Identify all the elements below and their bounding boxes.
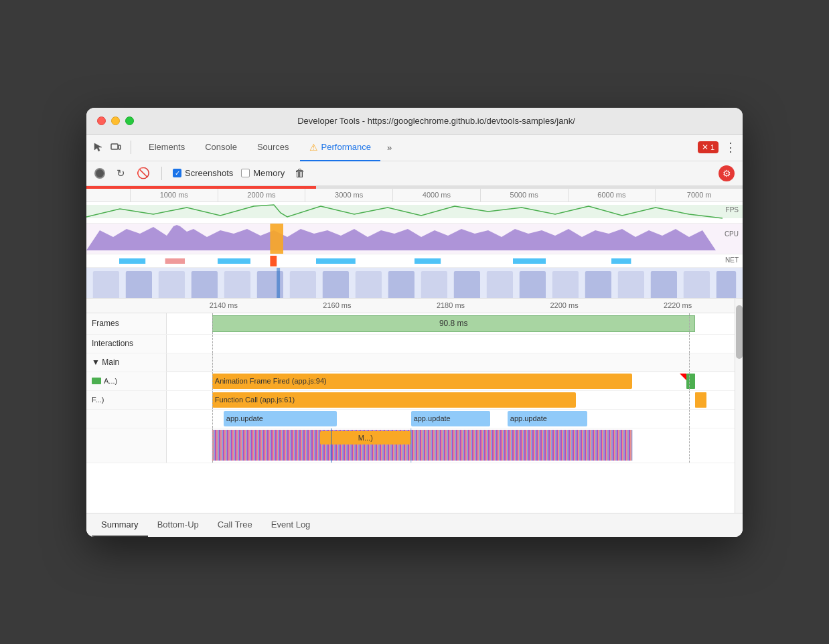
toolbar-separator-1 (161, 167, 162, 180)
error-count: 1 (710, 143, 714, 151)
memory-label: Memory (253, 168, 285, 178)
net-row: NET (86, 254, 743, 268)
tab-performance[interactable]: ⚠ Performance (300, 135, 380, 161)
tab-bar: Elements Console Sources ⚠ Performance » (86, 135, 743, 161)
overview-timeline: 1000 ms 2000 ms 3000 ms 4000 ms 5000 ms … (86, 186, 743, 299)
ruler-tick-5: 5000 ms (480, 189, 568, 202)
flame-label-2: F...) (86, 391, 167, 409)
settings-button[interactable]: ⚙ (719, 165, 735, 181)
flame-label-3 (86, 410, 167, 428)
svg-rect-12 (611, 258, 631, 264)
app-update-1-text: app.update (226, 414, 263, 422)
flame-label-2-text: F...) (92, 396, 104, 404)
fps-row: FPS (86, 202, 743, 224)
cursor-icon[interactable] (92, 141, 105, 154)
minimize-button[interactable] (111, 116, 120, 125)
detail-tick-4: 2220 ms (621, 301, 735, 309)
record-button[interactable] (94, 168, 105, 179)
screenshots-row (86, 268, 743, 299)
tab-more-label: » (387, 143, 392, 153)
frames-duration: 90.8 ms (439, 319, 468, 328)
flame-row-3: app.update app.update app.update (86, 410, 735, 428)
window-title: Developer Tools - https://googlechrome.g… (141, 116, 732, 126)
main-label[interactable]: ▼ Main (86, 353, 167, 372)
svg-rect-6 (165, 258, 185, 264)
ruler-tick-6: 6000 ms (568, 189, 656, 202)
tab-console-label: Console (205, 142, 237, 152)
ruler-tick-0 (86, 189, 130, 202)
flame-label-1: A...) (86, 372, 167, 390)
svg-rect-30 (585, 271, 611, 299)
tab-call-tree[interactable]: Call Tree (208, 513, 262, 537)
tab-sources[interactable]: Sources (248, 135, 299, 161)
svg-text:M...): M...) (358, 434, 373, 442)
more-options-icon[interactable]: ⋮ (724, 141, 737, 154)
flame-row-2: F...) Function Call (app.js:61) (86, 391, 735, 410)
svg-rect-28 (520, 271, 546, 299)
detail-tick-1: 2160 ms (281, 301, 394, 309)
detail-scrollbar[interactable] (735, 299, 743, 513)
flame-bar-cell-3: app.update app.update app.update (167, 410, 735, 428)
scrollbar-thumb[interactable] (736, 305, 743, 359)
flame-bar-2-text: Function Call (app.js:61) (215, 396, 295, 404)
tab-bar-icons (92, 141, 131, 154)
reload-record-button[interactable]: ↻ (113, 166, 128, 181)
svg-rect-22 (323, 271, 349, 299)
flame-row-1: A...) Animation Frame Fired (app.js:94) (86, 372, 735, 391)
toolbar-right: ⚙ (719, 165, 735, 181)
warning-icon: ⚠ (309, 142, 318, 153)
tab-more-button[interactable]: » (382, 135, 397, 161)
main-section-header: ▼ Main (86, 353, 735, 372)
app-update-1[interactable]: app.update (224, 411, 337, 426)
error-badge[interactable]: ✕ 1 (698, 141, 719, 153)
ruler-tick-7: 7000 m (655, 189, 743, 202)
delete-profile-button[interactable]: 🗑 (293, 166, 307, 181)
tab-event-log-label: Event Log (271, 519, 311, 530)
app-update-3-text: app.update (510, 414, 547, 422)
svg-rect-21 (290, 271, 316, 299)
tab-elements[interactable]: Elements (139, 135, 194, 161)
detail-ruler: 2140 ms 2160 ms 2180 ms 2200 ms 2220 ms (86, 299, 735, 313)
close-button[interactable] (97, 116, 106, 125)
detail-main: 2140 ms 2160 ms 2180 ms 2200 ms 2220 ms … (86, 299, 735, 513)
svg-rect-0 (111, 144, 118, 149)
tab-console[interactable]: Console (196, 135, 246, 161)
svg-rect-4 (270, 224, 283, 254)
frames-bar[interactable]: 90.8 ms (212, 315, 695, 332)
svg-rect-10 (414, 258, 441, 264)
maximize-button[interactable] (125, 116, 134, 125)
cpu-label: CPU (725, 230, 739, 238)
svg-rect-25 (421, 271, 447, 299)
device-toolbar-icon[interactable] (109, 141, 123, 154)
memory-checkbox-label[interactable]: Memory (241, 168, 285, 178)
interactions-content (167, 335, 735, 353)
svg-rect-11 (513, 258, 546, 264)
frames-row: Frames 90.8 ms (86, 313, 735, 335)
tab-event-log[interactable]: Event Log (262, 513, 320, 537)
flame-bar-1[interactable]: Animation Frame Fired (app.js:94) (212, 374, 633, 389)
svg-rect-27 (487, 271, 513, 299)
app-update-2[interactable]: app.update (411, 411, 491, 426)
tab-bar-right: ✕ 1 ⋮ (698, 141, 737, 154)
screenshots-label: Screenshots (185, 168, 233, 178)
tab-performance-label: Performance (321, 142, 371, 152)
screenshots-checkbox-label[interactable]: ✓ Screenshots (173, 168, 233, 178)
svg-rect-26 (454, 271, 480, 299)
svg-rect-34 (717, 271, 736, 299)
tab-bottom-up[interactable]: Bottom-Up (148, 513, 208, 537)
clear-button[interactable]: 🚫 (136, 166, 151, 181)
flame-label-4 (86, 428, 167, 463)
devtools-window: Developer Tools - https://googlechrome.g… (86, 108, 743, 537)
flame-bar-2[interactable]: Function Call (app.js:61) (212, 392, 576, 408)
detail-tick-0: 2140 ms (167, 301, 281, 309)
svg-rect-38 (212, 430, 633, 461)
detail-tick-3: 2200 ms (508, 301, 621, 309)
tab-summary[interactable]: Summary (92, 513, 148, 537)
app-update-3[interactable]: app.update (508, 411, 587, 426)
frames-content: 90.8 ms (167, 313, 735, 334)
memory-checkbox[interactable] (241, 169, 250, 177)
svg-rect-7 (218, 258, 250, 264)
timeline-ruler: 1000 ms 2000 ms 3000 ms 4000 ms 5000 ms … (86, 189, 743, 202)
screenshots-checkbox[interactable]: ✓ (173, 169, 181, 177)
flame-row-4: M...) (86, 428, 735, 463)
